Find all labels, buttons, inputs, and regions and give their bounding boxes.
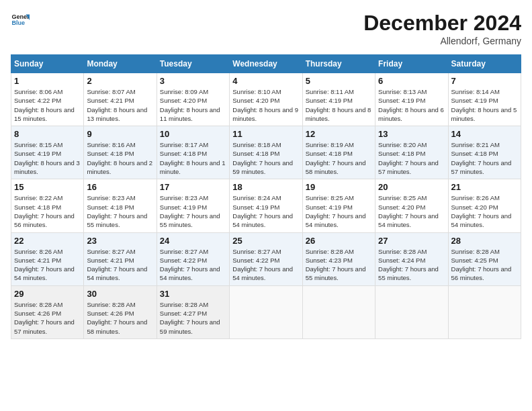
- calendar-day-cell: 22Sunrise: 8:26 AMSunset: 4:21 PMDayligh…: [11, 232, 84, 285]
- day-of-week-header: Wednesday: [230, 55, 302, 73]
- location: Allendorf, Germany: [363, 36, 521, 46]
- calendar-day-cell: 20Sunrise: 8:25 AMSunset: 4:20 PMDayligh…: [375, 179, 448, 232]
- day-of-week-header: Thursday: [302, 55, 375, 73]
- title-block: December 2024 Allendorf, Germany: [363, 11, 521, 46]
- day-info: Sunrise: 8:18 AMSunset: 4:18 PMDaylight:…: [232, 140, 299, 176]
- day-of-week-header: Sunday: [11, 55, 84, 73]
- empty-day-cell: [448, 285, 521, 338]
- day-of-week-header: Friday: [375, 55, 448, 73]
- day-info: Sunrise: 8:28 AMSunset: 4:27 PMDaylight:…: [160, 300, 226, 336]
- calendar-header-row: SundayMondayTuesdayWednesdayThursdayFrid…: [11, 55, 521, 73]
- day-info: Sunrise: 8:16 AMSunset: 4:18 PMDaylight:…: [87, 140, 153, 176]
- day-info: Sunrise: 8:10 AMSunset: 4:20 PMDaylight:…: [232, 87, 299, 123]
- day-info: Sunrise: 8:21 AMSunset: 4:18 PMDaylight:…: [451, 140, 518, 176]
- calendar-day-cell: 8Sunrise: 8:15 AMSunset: 4:19 PMDaylight…: [11, 126, 84, 179]
- day-info: Sunrise: 8:23 AMSunset: 4:19 PMDaylight:…: [160, 193, 226, 229]
- day-number: 30: [87, 289, 153, 299]
- day-info: Sunrise: 8:25 AMSunset: 4:19 PMDaylight:…: [306, 193, 372, 229]
- calendar-day-cell: 23Sunrise: 8:27 AMSunset: 4:21 PMDayligh…: [84, 232, 157, 285]
- empty-day-cell: [230, 285, 302, 338]
- calendar-week-row: 8Sunrise: 8:15 AMSunset: 4:19 PMDaylight…: [11, 126, 521, 179]
- day-number: 3: [160, 76, 226, 86]
- calendar-day-cell: 6Sunrise: 8:13 AMSunset: 4:19 PMDaylight…: [375, 73, 448, 126]
- calendar-day-cell: 16Sunrise: 8:23 AMSunset: 4:18 PMDayligh…: [84, 179, 157, 232]
- day-info: Sunrise: 8:22 AMSunset: 4:18 PMDaylight:…: [14, 193, 81, 229]
- calendar-day-cell: 9Sunrise: 8:16 AMSunset: 4:18 PMDaylight…: [84, 126, 157, 179]
- day-of-week-header: Monday: [84, 55, 157, 73]
- day-number: 24: [160, 236, 226, 246]
- day-number: 9: [87, 129, 153, 139]
- day-number: 19: [306, 182, 372, 192]
- calendar-day-cell: 30Sunrise: 8:28 AMSunset: 4:26 PMDayligh…: [84, 285, 157, 338]
- day-info: Sunrise: 8:27 AMSunset: 4:22 PMDaylight:…: [232, 247, 299, 283]
- calendar-day-cell: 25Sunrise: 8:27 AMSunset: 4:22 PMDayligh…: [230, 232, 302, 285]
- calendar-day-cell: 19Sunrise: 8:25 AMSunset: 4:19 PMDayligh…: [302, 179, 375, 232]
- day-of-week-header: Saturday: [448, 55, 521, 73]
- day-number: 21: [451, 182, 518, 192]
- day-info: Sunrise: 8:28 AMSunset: 4:26 PMDaylight:…: [14, 300, 81, 336]
- calendar-day-cell: 7Sunrise: 8:14 AMSunset: 4:19 PMDaylight…: [448, 73, 521, 126]
- day-number: 2: [87, 76, 153, 86]
- month-title: December 2024: [363, 11, 521, 36]
- calendar-body: 1Sunrise: 8:06 AMSunset: 4:22 PMDaylight…: [11, 73, 521, 339]
- day-info: Sunrise: 8:15 AMSunset: 4:19 PMDaylight:…: [14, 140, 81, 176]
- calendar-week-row: 1Sunrise: 8:06 AMSunset: 4:22 PMDaylight…: [11, 73, 521, 126]
- day-number: 11: [232, 129, 299, 139]
- day-number: 22: [14, 236, 81, 246]
- logo-icon: General Blue: [11, 11, 30, 30]
- page-header: General Blue December 2024 Allendorf, Ge…: [11, 11, 521, 46]
- day-info: Sunrise: 8:23 AMSunset: 4:18 PMDaylight:…: [87, 193, 153, 229]
- calendar-day-cell: 3Sunrise: 8:09 AMSunset: 4:20 PMDaylight…: [157, 73, 229, 126]
- day-info: Sunrise: 8:27 AMSunset: 4:21 PMDaylight:…: [87, 247, 153, 283]
- day-number: 10: [160, 129, 226, 139]
- day-info: Sunrise: 8:07 AMSunset: 4:21 PMDaylight:…: [87, 87, 153, 123]
- day-number: 28: [451, 236, 518, 246]
- day-number: 4: [232, 76, 299, 86]
- svg-text:Blue: Blue: [11, 19, 25, 26]
- calendar-day-cell: 28Sunrise: 8:28 AMSunset: 4:25 PMDayligh…: [448, 232, 521, 285]
- day-info: Sunrise: 8:06 AMSunset: 4:22 PMDaylight:…: [14, 87, 81, 123]
- day-info: Sunrise: 8:28 AMSunset: 4:24 PMDaylight:…: [378, 247, 445, 283]
- calendar-day-cell: 12Sunrise: 8:19 AMSunset: 4:18 PMDayligh…: [302, 126, 375, 179]
- day-of-week-header: Tuesday: [157, 55, 229, 73]
- day-info: Sunrise: 8:28 AMSunset: 4:23 PMDaylight:…: [306, 247, 372, 283]
- calendar-day-cell: 14Sunrise: 8:21 AMSunset: 4:18 PMDayligh…: [448, 126, 521, 179]
- day-number: 8: [14, 129, 81, 139]
- logo: General Blue: [11, 11, 30, 30]
- calendar-day-cell: 21Sunrise: 8:26 AMSunset: 4:20 PMDayligh…: [448, 179, 521, 232]
- day-number: 27: [378, 236, 445, 246]
- calendar-day-cell: 5Sunrise: 8:11 AMSunset: 4:19 PMDaylight…: [302, 73, 375, 126]
- calendar-day-cell: 26Sunrise: 8:28 AMSunset: 4:23 PMDayligh…: [302, 232, 375, 285]
- calendar-day-cell: 10Sunrise: 8:17 AMSunset: 4:18 PMDayligh…: [157, 126, 229, 179]
- calendar-day-cell: 17Sunrise: 8:23 AMSunset: 4:19 PMDayligh…: [157, 179, 229, 232]
- calendar-week-row: 15Sunrise: 8:22 AMSunset: 4:18 PMDayligh…: [11, 179, 521, 232]
- day-info: Sunrise: 8:27 AMSunset: 4:22 PMDaylight:…: [160, 247, 226, 283]
- calendar: SundayMondayTuesdayWednesdayThursdayFrid…: [11, 54, 521, 339]
- day-info: Sunrise: 8:24 AMSunset: 4:19 PMDaylight:…: [232, 193, 299, 229]
- calendar-day-cell: 18Sunrise: 8:24 AMSunset: 4:19 PMDayligh…: [230, 179, 302, 232]
- day-number: 26: [306, 236, 372, 246]
- calendar-day-cell: 2Sunrise: 8:07 AMSunset: 4:21 PMDaylight…: [84, 73, 157, 126]
- calendar-day-cell: 31Sunrise: 8:28 AMSunset: 4:27 PMDayligh…: [157, 285, 229, 338]
- calendar-day-cell: 13Sunrise: 8:20 AMSunset: 4:18 PMDayligh…: [375, 126, 448, 179]
- day-number: 23: [87, 236, 153, 246]
- day-info: Sunrise: 8:13 AMSunset: 4:19 PMDaylight:…: [378, 87, 445, 123]
- day-info: Sunrise: 8:20 AMSunset: 4:18 PMDaylight:…: [378, 140, 445, 176]
- calendar-day-cell: 1Sunrise: 8:06 AMSunset: 4:22 PMDaylight…: [11, 73, 84, 126]
- day-number: 5: [306, 76, 372, 86]
- calendar-day-cell: 29Sunrise: 8:28 AMSunset: 4:26 PMDayligh…: [11, 285, 84, 338]
- calendar-day-cell: 11Sunrise: 8:18 AMSunset: 4:18 PMDayligh…: [230, 126, 302, 179]
- day-info: Sunrise: 8:28 AMSunset: 4:25 PMDaylight:…: [451, 247, 518, 283]
- day-number: 16: [87, 182, 153, 192]
- calendar-week-row: 22Sunrise: 8:26 AMSunset: 4:21 PMDayligh…: [11, 232, 521, 285]
- empty-day-cell: [375, 285, 448, 338]
- day-info: Sunrise: 8:19 AMSunset: 4:18 PMDaylight:…: [306, 140, 372, 176]
- day-info: Sunrise: 8:26 AMSunset: 4:20 PMDaylight:…: [451, 193, 518, 229]
- day-info: Sunrise: 8:26 AMSunset: 4:21 PMDaylight:…: [14, 247, 81, 283]
- day-number: 7: [451, 76, 518, 86]
- day-info: Sunrise: 8:14 AMSunset: 4:19 PMDaylight:…: [451, 87, 518, 123]
- day-info: Sunrise: 8:28 AMSunset: 4:26 PMDaylight:…: [87, 300, 153, 336]
- calendar-week-row: 29Sunrise: 8:28 AMSunset: 4:26 PMDayligh…: [11, 285, 521, 338]
- calendar-day-cell: 24Sunrise: 8:27 AMSunset: 4:22 PMDayligh…: [157, 232, 229, 285]
- calendar-day-cell: 4Sunrise: 8:10 AMSunset: 4:20 PMDaylight…: [230, 73, 302, 126]
